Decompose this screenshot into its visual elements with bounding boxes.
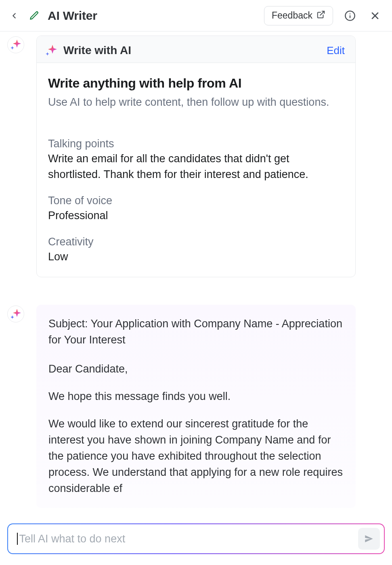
ai-response-message: Subject: Your Application with Company N… xyxy=(0,305,392,508)
send-button[interactable] xyxy=(358,528,380,550)
back-button[interactable] xyxy=(7,9,21,23)
prompt-message: Write with AI Edit Write anything with h… xyxy=(0,36,392,277)
edit-title-button[interactable] xyxy=(28,10,40,22)
ai-avatar xyxy=(7,36,24,53)
pencil-icon xyxy=(29,10,40,21)
info-icon xyxy=(344,10,356,21)
prompt-field-value: Low xyxy=(48,249,344,265)
prompt-field: Talking points Write an email for all th… xyxy=(48,138,344,182)
ai-response-body: Subject: Your Application with Company N… xyxy=(36,305,356,508)
prompt-field-label: Creativity xyxy=(48,236,344,248)
close-icon xyxy=(369,10,381,21)
composer-bar xyxy=(0,521,392,565)
prompt-field: Tone of voice Professional xyxy=(48,195,344,224)
feedback-button-label: Feedback xyxy=(272,10,312,21)
info-button[interactable] xyxy=(342,8,358,24)
prompt-card-body: Write anything with help from AI Use AI … xyxy=(37,63,355,277)
prompt-field-label: Talking points xyxy=(48,138,344,150)
composer-inner xyxy=(8,524,384,553)
prompt-field-value: Write an email for all the candidates th… xyxy=(48,151,344,182)
prompt-field: Creativity Low xyxy=(48,236,344,265)
edit-prompt-link[interactable]: Edit xyxy=(327,44,345,57)
conversation-area: Write with AI Edit Write anything with h… xyxy=(0,31,392,521)
external-link-icon xyxy=(317,10,325,21)
sparkle-icon xyxy=(10,309,21,319)
ai-avatar xyxy=(7,306,24,322)
sparkle-icon xyxy=(10,40,21,50)
top-bar-left: AI Writer xyxy=(7,9,97,23)
svg-line-0 xyxy=(320,11,324,15)
composer-shell xyxy=(7,523,385,554)
text-caret xyxy=(17,533,18,545)
email-paragraph: We hope this message finds you well. xyxy=(48,389,344,405)
prompt-card-header: Write with AI Edit xyxy=(37,36,355,63)
prompt-field-value: Professional xyxy=(48,208,344,224)
chevron-left-icon xyxy=(10,11,19,20)
prompt-subheading: Use AI to help write content, then follo… xyxy=(48,95,344,110)
send-icon xyxy=(364,534,374,544)
feedback-button[interactable]: Feedback xyxy=(264,6,333,25)
page-title: AI Writer xyxy=(48,9,97,23)
close-button[interactable] xyxy=(367,8,383,24)
top-bar: AI Writer Feedback xyxy=(0,0,392,31)
sparkle-icon xyxy=(46,45,57,56)
prompt-card: Write with AI Edit Write anything with h… xyxy=(36,36,356,277)
email-paragraph: Dear Candidate, xyxy=(48,361,344,377)
email-subject: Subject: Your Application with Company N… xyxy=(48,316,344,348)
prompt-heading: Write anything with help from AI xyxy=(48,76,344,91)
prompt-field-label: Tone of voice xyxy=(48,195,344,207)
prompt-card-title: Write with AI xyxy=(63,44,131,57)
composer-input[interactable] xyxy=(19,532,358,546)
email-paragraph: We would like to extend our sincerest gr… xyxy=(48,416,344,497)
